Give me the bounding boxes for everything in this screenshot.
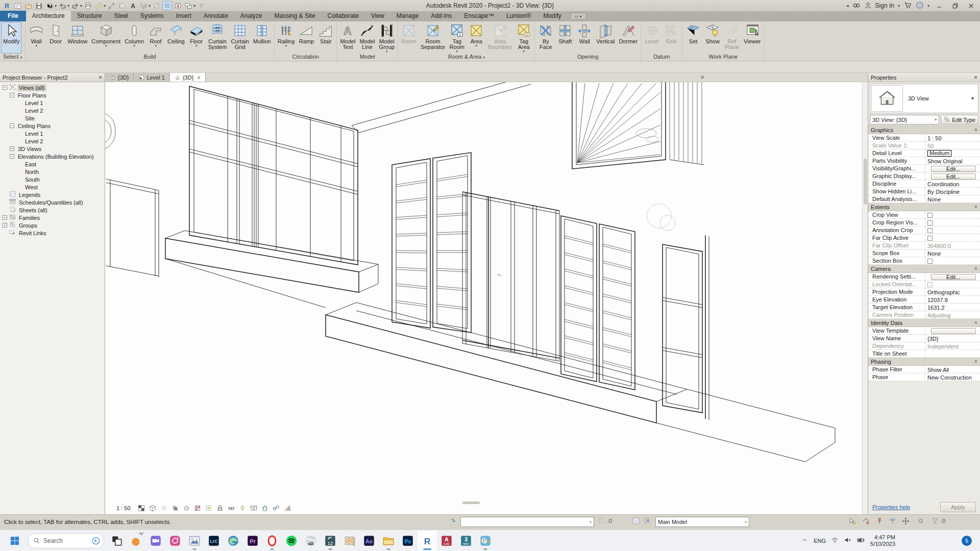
tree-item-level-2[interactable]: Level 2 xyxy=(0,137,105,145)
type-selector-caret-icon[interactable]: ▼ xyxy=(970,96,975,101)
tree-item-east[interactable]: East xyxy=(0,160,105,168)
minimize-button[interactable] xyxy=(933,1,945,10)
qat-customize-quick-access[interactable] xyxy=(197,1,206,10)
view-tab-level-1-1[interactable]: Level 1 xyxy=(134,73,169,82)
ribbon-button-floor[interactable]: Floor▾ xyxy=(187,22,206,54)
qat-tag-by-category[interactable] xyxy=(117,1,127,10)
properties-section-graphics[interactable]: Graphics» xyxy=(868,126,980,134)
taskbar-icon-3ds-max[interactable]: 3MAX xyxy=(456,531,476,551)
taskbar-icon-twinmotion[interactable] xyxy=(476,531,495,551)
notification-badge[interactable]: 5 xyxy=(962,536,972,546)
ribbon-button-model-text[interactable]: AModelText xyxy=(338,22,357,54)
section-collapse-icon[interactable]: » xyxy=(973,321,979,324)
qat-text[interactable]: A xyxy=(128,1,138,10)
checkbox-crop-region-vis[interactable] xyxy=(927,220,933,226)
ribbon-button-by-face[interactable]: ByFace xyxy=(536,22,555,54)
panel-label-select[interactable]: Select ▾ xyxy=(1,54,24,61)
tree-item-north[interactable]: North xyxy=(0,168,105,176)
ribbon-button-ramp[interactable]: Ramp xyxy=(297,22,316,54)
ribbon-button-column[interactable]: Column▾ xyxy=(122,22,146,54)
panel-label-opening[interactable]: Opening xyxy=(536,54,640,61)
view-tab-list-icon[interactable]: ≡ xyxy=(698,74,706,81)
button-graphic-display[interactable]: Edit... xyxy=(931,173,976,180)
sign-in-button[interactable]: Sign In xyxy=(875,2,894,9)
app-store-cart-icon[interactable] xyxy=(903,1,912,10)
drawing-canvas[interactable]: 1 : 50 xyxy=(105,82,862,514)
qat-switch-windows-caret[interactable]: ▾ xyxy=(193,4,195,8)
qat-redo-caret[interactable]: ▾ xyxy=(80,4,82,8)
ribbon-button-mullion[interactable]: Mullion xyxy=(251,22,273,54)
viewbar-temporary-view-properties[interactable] xyxy=(250,504,258,512)
section-collapse-icon[interactable]: » xyxy=(973,360,979,363)
taskbar-icon-instagram[interactable] xyxy=(165,531,185,551)
wifi-icon[interactable] xyxy=(831,536,839,545)
button-view-template[interactable] xyxy=(931,328,976,334)
qat-switch-windows[interactable] xyxy=(184,1,193,10)
qat-thin-lines[interactable] xyxy=(162,1,172,10)
ribbon-tab-analyze[interactable]: Analyze xyxy=(234,11,268,21)
select-pinned[interactable] xyxy=(875,517,884,525)
viewbar-shadows[interactable] xyxy=(171,504,180,512)
ribbon-button-door[interactable]: Door xyxy=(46,22,65,54)
taskbar-icon-weather[interactable]: 75° xyxy=(127,531,146,551)
qat-sync-caret[interactable]: ▾ xyxy=(55,4,57,8)
tree-item-level-1[interactable]: Level 1 xyxy=(0,99,105,107)
panel-label-model[interactable]: Model xyxy=(338,54,397,61)
qat-file-menu[interactable] xyxy=(13,1,22,10)
view-tab-3d-0[interactable]: {3D} xyxy=(105,73,134,82)
tree-item-elevations-building-elevation[interactable]: −Elevations (Building Elevation) xyxy=(0,153,105,160)
taskbar-icon-autocad[interactable]: ACAD xyxy=(437,531,456,551)
viewbar-rendering-dialog[interactable] xyxy=(182,504,191,512)
properties-section-camera[interactable]: Camera» xyxy=(868,265,980,273)
tree-collapse-icon[interactable]: − xyxy=(3,85,7,90)
ribbon-button-set[interactable]: Set xyxy=(683,22,703,54)
ribbon-button-tag-area[interactable]: 1TagArea▾ xyxy=(514,22,533,54)
panel-label-datum[interactable]: Datum xyxy=(642,54,681,61)
properties-section-extents[interactable]: Extents» xyxy=(868,203,980,211)
ribbon-tab-architecture[interactable]: Architecture xyxy=(26,11,71,21)
clock[interactable]: 4:47 PM5/10/2023 xyxy=(870,534,895,547)
user-icon[interactable] xyxy=(864,2,872,10)
tree-item-schedules-quantities-all[interactable]: Schedules/Quantities (all) xyxy=(0,198,105,206)
ribbon-button-shaft[interactable]: Shaft xyxy=(555,22,575,54)
taskbar-icon-photoshop[interactable]: Ps xyxy=(398,531,418,551)
ribbon-button-dormer[interactable]: Dormer xyxy=(617,22,640,54)
viewbar-crop-view[interactable] xyxy=(193,504,202,512)
ribbon-tab-lumion[interactable]: Lumion® xyxy=(500,11,537,21)
view-tab-3d-2[interactable]: {3D}× xyxy=(170,73,206,82)
taskbar-icon-photos[interactable] xyxy=(185,531,204,551)
taskbar-icon-lightroom[interactable]: LrC xyxy=(204,531,224,551)
ribbon-tab-file[interactable]: File xyxy=(0,11,26,21)
tree-expand-icon[interactable]: + xyxy=(3,215,7,220)
ribbon-button-ceiling[interactable]: Ceiling xyxy=(165,22,187,54)
ribbon-tab-massing-site[interactable]: Massing & Site xyxy=(268,11,322,21)
tree-expand-icon[interactable]: + xyxy=(10,146,14,151)
tree-item-groups[interactable]: +Groups xyxy=(0,221,105,229)
sign-in-caret-icon[interactable]: ▾ xyxy=(898,4,900,8)
taskbar-icon-google-earth[interactable]: Pro xyxy=(301,531,321,551)
view-scale-button[interactable]: 1 : 50 xyxy=(116,505,131,511)
ribbon-button-vertical[interactable]: Vertical xyxy=(594,22,617,54)
drawing-area[interactable]: {3D}Level 1{3D}× xyxy=(105,73,868,514)
ribbon-button-roof[interactable]: Roof▾ xyxy=(146,22,165,54)
ribbon-button-model-line[interactable]: ModelLine xyxy=(357,22,377,54)
tree-collapse-icon[interactable]: − xyxy=(10,123,14,128)
taskbar-search-input[interactable]: Search xyxy=(28,533,104,548)
taskbar-icon-video-call[interactable] xyxy=(146,531,165,551)
volume-mute-icon[interactable] xyxy=(844,536,851,545)
tree-item-families[interactable]: +Families xyxy=(0,214,105,221)
ribbon-button-window[interactable]: Window xyxy=(65,22,89,54)
viewbar-highlight-displacement-sets[interactable] xyxy=(272,504,281,512)
taskbar-icon-revit[interactable]: R xyxy=(418,531,437,551)
ribbon-tab-annotate[interactable]: Annotate xyxy=(198,11,234,21)
button-rendering-setti[interactable]: Edit... xyxy=(931,274,976,280)
panel-label-build[interactable]: Build xyxy=(27,54,273,61)
viewbar-show-analytical-model[interactable] xyxy=(261,504,270,512)
ribbon-tab-insert[interactable]: Insert xyxy=(170,11,198,21)
battery-icon[interactable] xyxy=(856,536,865,545)
close-button[interactable] xyxy=(965,1,977,10)
view-selector-combo[interactable]: 3D View: {3D}▾ xyxy=(870,115,939,124)
ribbon-tab-systems[interactable]: Systems xyxy=(134,11,170,21)
qat-open[interactable] xyxy=(23,1,33,10)
qat-redo[interactable] xyxy=(70,1,80,10)
